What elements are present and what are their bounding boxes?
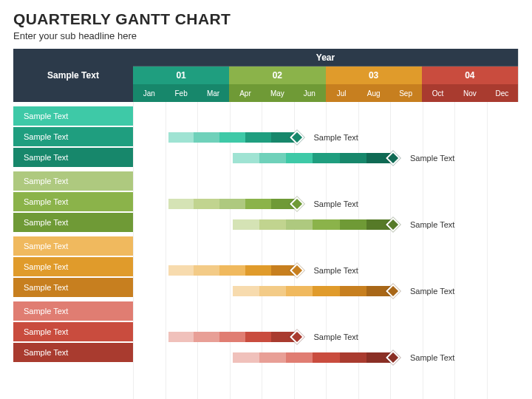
month-mar: Mar (197, 84, 229, 102)
task-label: Sample Text (13, 171, 133, 191)
quarter-02: 02 (229, 66, 325, 84)
task-label: Sample Text (13, 213, 133, 232)
task-label: Sample Text (13, 148, 133, 167)
month-dec: Dec (486, 84, 518, 102)
task-row: Sample Text (133, 281, 519, 301)
month-jul: Jul (326, 84, 358, 102)
task-label: Sample Text (13, 106, 133, 126)
task-label: Sample Text (13, 257, 133, 276)
year-header: Year (133, 49, 518, 66)
task-row (133, 239, 519, 260)
month-may: May (262, 84, 293, 102)
bar-label: Sample Text (314, 200, 358, 208)
task-row: Sample Text (133, 260, 519, 281)
month-aug: Aug (358, 84, 389, 102)
gantt-bar: Sample Text (168, 132, 358, 143)
task-row: Sample Text (133, 347, 519, 368)
timeline-header: Year 01 02 03 04 JanFebMar AprMayJun Jul… (133, 49, 519, 102)
task-label: Sample Text (13, 127, 133, 146)
task-labels-column: Sample TextSample TextSample TextSample … (13, 102, 133, 399)
page-title: QUARTERLY GANTT CHART (13, 10, 519, 28)
bar-label: Sample Text (314, 266, 358, 275)
task-row: Sample Text (133, 327, 519, 347)
gantt-bar: Sample Text (233, 286, 455, 296)
task-row (133, 173, 519, 194)
gantt-body: Sample TextSample TextSample TextSample … (13, 102, 519, 399)
task-row (133, 306, 519, 327)
gantt-bar: Sample Text (168, 265, 358, 276)
months-q3: JulAugSep (326, 84, 422, 102)
task-row: Sample Text (133, 214, 519, 235)
task-label: Sample Text (13, 322, 133, 341)
gantt-bar: Sample Text (233, 352, 455, 363)
task-row (133, 106, 519, 127)
gantt-bar: Sample Text (168, 332, 358, 342)
gantt-bar: Sample Text (233, 153, 455, 163)
month-nov: Nov (454, 84, 485, 102)
bar-label: Sample Text (410, 220, 454, 229)
gantt-bar: Sample Text (233, 219, 455, 230)
task-label: Sample Text (13, 343, 133, 362)
quarters-row: 01 02 03 04 (133, 66, 518, 84)
page-subtitle: Enter your sub headline here (13, 30, 519, 41)
gantt-bar: Sample Text (168, 199, 358, 209)
bar-label: Sample Text (410, 154, 454, 163)
corner-header: Sample Text (13, 49, 133, 102)
bar-label: Sample Text (314, 332, 358, 341)
month-sep: Sep (389, 84, 421, 102)
bar-label: Sample Text (410, 353, 454, 362)
bar-label: Sample Text (410, 287, 454, 296)
months-q4: OctNovDec (422, 84, 518, 102)
month-oct: Oct (422, 84, 454, 102)
bar-label: Sample Text (314, 133, 358, 142)
months-q2: AprMayJun (229, 84, 325, 102)
quarter-04: 04 (422, 66, 518, 84)
months-q1: JanFebMar (133, 84, 229, 102)
timeline-area: Sample TextSample TextSample TextSample … (133, 102, 519, 399)
page: QUARTERLY GANTT CHART Enter your sub hea… (0, 0, 532, 399)
quarter-03: 03 (326, 66, 422, 84)
gantt-chart: Sample Text Year 01 02 03 04 JanFebMar A… (13, 49, 519, 102)
quarter-01: 01 (133, 66, 229, 84)
task-label: Sample Text (13, 301, 133, 321)
task-label: Sample Text (13, 236, 133, 256)
month-apr: Apr (229, 84, 261, 102)
month-feb: Feb (165, 84, 197, 102)
tracks: Sample TextSample TextSample TextSample … (133, 102, 519, 399)
month-jan: Jan (133, 84, 165, 102)
task-label: Sample Text (13, 192, 133, 211)
task-row: Sample Text (133, 148, 519, 168)
task-row: Sample Text (133, 127, 519, 148)
task-label: Sample Text (13, 278, 133, 297)
task-row: Sample Text (133, 194, 519, 214)
months-row: JanFebMar AprMayJun JulAugSep OctNovDec (133, 84, 518, 102)
month-jun: Jun (293, 84, 325, 102)
left-column: Sample Text (13, 49, 133, 102)
